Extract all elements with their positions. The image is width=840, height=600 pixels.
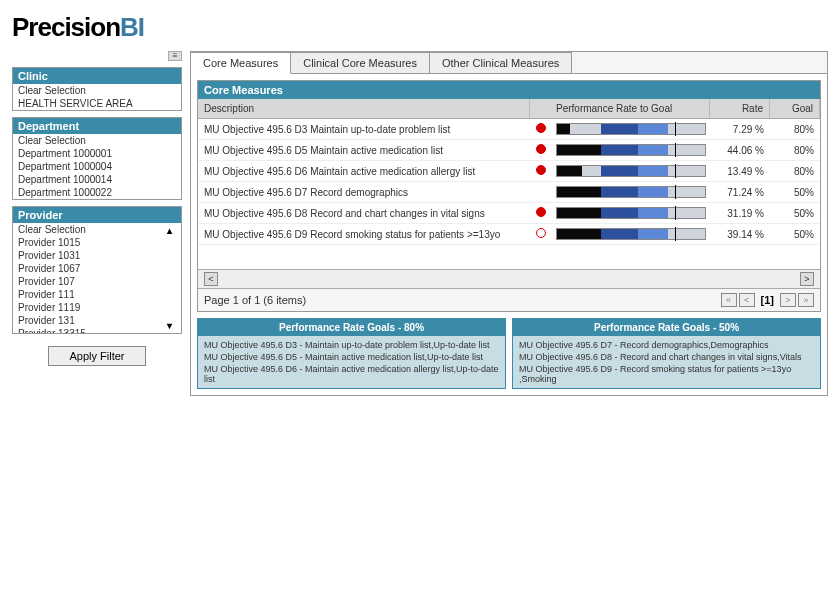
cell-indicator <box>530 142 550 158</box>
cell-description: MU Objective 495.6 D7 Record demographic… <box>198 185 530 200</box>
status-circle-icon <box>536 207 546 217</box>
dept-clear[interactable]: Clear Selection <box>13 134 181 147</box>
col-performance[interactable]: Performance Rate to Goal <box>550 99 710 118</box>
prov-item[interactable]: Provider 1067 <box>13 262 181 275</box>
cell-goal: 50% <box>770 206 820 221</box>
pager-current: [1] <box>757 294 778 306</box>
tab-core-measures[interactable]: Core Measures <box>191 52 291 74</box>
cell-indicator <box>530 205 550 221</box>
grid-header-row: Description Performance Rate to Goal Rat… <box>198 99 820 119</box>
prov-item[interactable]: Provider 1031 <box>13 249 181 262</box>
dept-item[interactable]: Department 1000004 <box>13 160 181 173</box>
sidebar-collapse-icon[interactable]: ≡ <box>168 51 182 61</box>
goal-item: MU Objective 495.6 D7 - Record demograph… <box>519 339 814 351</box>
cell-goal: 50% <box>770 227 820 242</box>
core-measures-grid: Core Measures Description Performance Ra… <box>197 80 821 312</box>
hscroll-right-icon[interactable]: > <box>800 272 814 286</box>
cell-rate: 39.14 % <box>710 227 770 242</box>
cell-description: MU Objective 495.6 D5 Maintain active me… <box>198 143 530 158</box>
hscroll-left-icon[interactable]: < <box>204 272 218 286</box>
dept-item[interactable]: Department 1000022 <box>13 186 181 199</box>
cell-rate: 31.19 % <box>710 206 770 221</box>
cell-perf-bar <box>550 205 710 221</box>
logo-suffix: BI <box>120 12 144 42</box>
department-list[interactable]: Clear Selection Department 1000001 Depar… <box>13 134 181 199</box>
pager-next-icon[interactable]: > <box>780 293 796 307</box>
apply-filter-button[interactable]: Apply Filter <box>48 346 145 366</box>
prov-item[interactable]: Provider 1119 <box>13 301 181 314</box>
goals-50-title: Performance Rate Goals - 50% <box>513 319 820 336</box>
dept-item[interactable]: Department 1000001 <box>13 147 181 160</box>
cell-description: MU Objective 495.6 D6 Maintain active me… <box>198 164 530 179</box>
prov-item[interactable]: Provider 111 <box>13 288 181 301</box>
provider-list[interactable]: Clear Selection Provider 1015 Provider 1… <box>13 223 181 333</box>
pager-prev-icon[interactable]: < <box>739 293 755 307</box>
cell-indicator <box>530 163 550 179</box>
col-goal[interactable]: Goal <box>770 99 820 118</box>
goal-item: MU Objective 495.6 D3 - Maintain up-to-d… <box>204 339 499 351</box>
table-row[interactable]: MU Objective 495.6 D9 Record smoking sta… <box>198 224 820 245</box>
logo: PrecisionBI <box>12 12 828 43</box>
tab-strip: Core Measures Clinical Core Measures Oth… <box>191 52 827 74</box>
cell-rate: 44.06 % <box>710 143 770 158</box>
col-description[interactable]: Description <box>198 99 530 118</box>
cell-goal: 80% <box>770 122 820 137</box>
grid-title: Core Measures <box>198 81 820 99</box>
clinic-list[interactable]: Clear Selection HEALTH SERVICE AREA <box>13 84 181 110</box>
goals-50-box: Performance Rate Goals - 50% MU Objectiv… <box>512 318 821 389</box>
prov-item[interactable]: Provider 1015 <box>13 236 181 249</box>
clinic-panel: Clinic Clear Selection HEALTH SERVICE AR… <box>12 67 182 111</box>
cell-perf-bar <box>550 142 710 158</box>
pager-status: Page 1 of 1 (6 items) <box>204 294 306 306</box>
cell-perf-bar <box>550 121 710 137</box>
table-row[interactable]: MU Objective 495.6 D8 Record and chart c… <box>198 203 820 224</box>
table-row[interactable]: MU Objective 495.6 D7 Record demographic… <box>198 182 820 203</box>
cell-perf-bar <box>550 163 710 179</box>
sidebar: ≡ Clinic Clear Selection HEALTH SERVICE … <box>12 51 182 396</box>
goals-80-title: Performance Rate Goals - 80% <box>198 319 505 336</box>
prov-clear[interactable]: Clear Selection <box>13 223 181 236</box>
provider-header: Provider <box>13 207 181 223</box>
clinic-item[interactable]: HEALTH SERVICE AREA <box>13 97 181 110</box>
cell-rate: 7.29 % <box>710 122 770 137</box>
cell-description: MU Objective 495.6 D8 Record and chart c… <box>198 206 530 221</box>
col-indicator <box>530 99 550 118</box>
department-header: Department <box>13 118 181 134</box>
cell-indicator <box>530 190 550 194</box>
status-circle-icon <box>536 144 546 154</box>
pager-first-icon[interactable]: « <box>721 293 737 307</box>
cell-indicator <box>530 226 550 242</box>
cell-rate: 13.49 % <box>710 164 770 179</box>
status-circle-icon <box>536 228 546 238</box>
goal-item: MU Objective 495.6 D8 - Record and chart… <box>519 351 814 363</box>
prov-item[interactable]: Provider 131 <box>13 314 181 327</box>
scroll-up-icon[interactable]: ▴ <box>167 225 179 236</box>
status-circle-icon <box>536 123 546 133</box>
scroll-down-icon[interactable]: ▾ <box>167 320 179 331</box>
table-row[interactable]: MU Objective 495.6 D3 Maintain up-to-dat… <box>198 119 820 140</box>
table-row[interactable]: MU Objective 495.6 D5 Maintain active me… <box>198 140 820 161</box>
goal-item: MU Objective 495.6 D9 - Record smoking s… <box>519 363 814 385</box>
status-circle-icon <box>536 165 546 175</box>
prov-item[interactable]: Provider 13315 <box>13 327 181 333</box>
cell-goal: 80% <box>770 143 820 158</box>
tab-clinical-core[interactable]: Clinical Core Measures <box>291 52 430 73</box>
prov-item[interactable]: Provider 107 <box>13 275 181 288</box>
grid-hscroll: < > <box>198 269 820 288</box>
logo-prefix: Precision <box>12 12 120 42</box>
pager-last-icon[interactable]: » <box>798 293 814 307</box>
table-row[interactable]: MU Objective 495.6 D6 Maintain active me… <box>198 161 820 182</box>
goals-80-box: Performance Rate Goals - 80% MU Objectiv… <box>197 318 506 389</box>
cell-perf-bar <box>550 226 710 242</box>
goals-row: Performance Rate Goals - 80% MU Objectiv… <box>197 318 821 389</box>
tab-other-clinical[interactable]: Other Clinical Measures <box>430 52 572 73</box>
dept-item[interactable]: Department 1000014 <box>13 173 181 186</box>
col-rate[interactable]: Rate <box>710 99 770 118</box>
cell-rate: 71.24 % <box>710 185 770 200</box>
cell-perf-bar <box>550 184 710 200</box>
cell-indicator <box>530 121 550 137</box>
goal-item: MU Objective 495.6 D5 - Maintain active … <box>204 351 499 363</box>
main-panel: Core Measures Clinical Core Measures Oth… <box>190 51 828 396</box>
pager: Page 1 of 1 (6 items) « < [1] > » <box>198 288 820 311</box>
clinic-clear[interactable]: Clear Selection <box>13 84 181 97</box>
